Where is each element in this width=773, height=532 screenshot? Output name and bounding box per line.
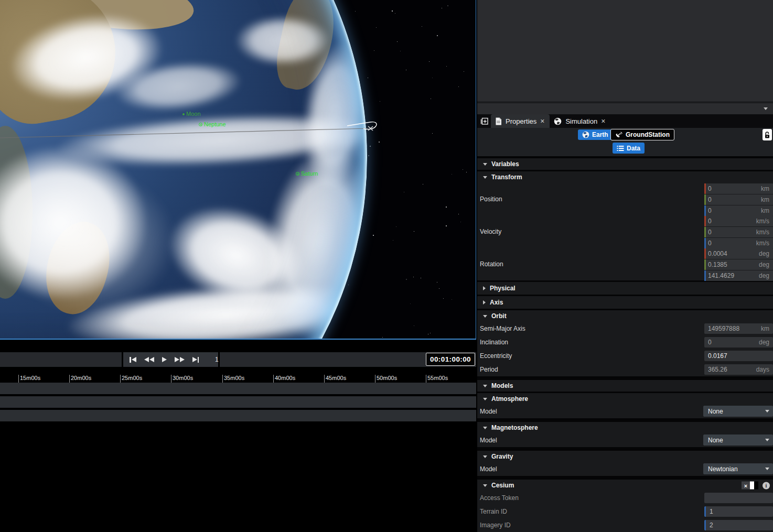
terrain-id-field[interactable]: 1 bbox=[704, 506, 773, 517]
vector3-input-group: 0.0004deg 0.1385deg 141.4629deg bbox=[704, 248, 773, 281]
dropdown-caret-icon bbox=[765, 410, 769, 412]
section-header-orbit[interactable]: Orbit bbox=[477, 310, 773, 322]
panel-menu-caret-icon[interactable] bbox=[764, 107, 768, 110]
expand-arrow-icon bbox=[483, 286, 486, 290]
property-label: Model bbox=[480, 465, 497, 473]
property-label: Terrain ID bbox=[480, 508, 507, 515]
add-panel-button[interactable] bbox=[477, 114, 491, 128]
magnetosphere-model-dropdown[interactable]: None bbox=[703, 435, 773, 446]
property-row-eccentricity: Eccentricity 0.0167 bbox=[477, 349, 773, 363]
section-header-axis[interactable]: Axis bbox=[477, 296, 773, 309]
playback-speed-value[interactable]: 1 bbox=[215, 356, 219, 363]
properties-list: Variables Transform Position 0km 0km 0km… bbox=[477, 156, 773, 532]
ruler-tick: 20m00s bbox=[69, 375, 91, 381]
property-label: Imagery ID bbox=[480, 522, 511, 529]
skip-to-end-button[interactable] bbox=[192, 357, 199, 363]
property-row-velocity: Velocity 0km/s 0km/s 0km/s bbox=[477, 215, 773, 248]
ruler-tick: 45m00s bbox=[324, 375, 346, 381]
fast-forward-button[interactable] bbox=[175, 357, 185, 362]
section-label: Atmosphere bbox=[491, 395, 528, 403]
timeline-track-row[interactable] bbox=[0, 383, 476, 394]
section-label: Magnetosphere bbox=[491, 424, 538, 431]
vector-y-field[interactable]: 0km bbox=[704, 194, 773, 205]
axis-z-strip bbox=[704, 238, 706, 248]
add-panel-icon bbox=[480, 117, 489, 126]
section-header-models[interactable]: Models bbox=[477, 380, 773, 392]
object-label-text: Saturn bbox=[301, 171, 318, 177]
collapse-arrow-icon bbox=[483, 385, 487, 387]
cesium-enable-toggle[interactable]: × bbox=[742, 482, 758, 490]
axis-y-strip bbox=[704, 194, 706, 205]
tab-properties[interactable]: Properties × bbox=[491, 114, 550, 128]
vector-x-field[interactable]: 0.0004deg bbox=[704, 248, 773, 259]
axis-y-strip bbox=[704, 227, 706, 237]
playback-controls: 1 bbox=[123, 352, 218, 367]
object-label-neptune[interactable]: Neptune bbox=[199, 122, 226, 127]
section-label: Variables bbox=[491, 160, 519, 168]
property-row-magnetosphere-model: Model None bbox=[477, 433, 773, 447]
property-label: Model bbox=[480, 408, 497, 415]
button-label: GroundStation bbox=[626, 131, 670, 138]
object-label-moon[interactable]: Moon bbox=[182, 111, 201, 117]
section-header-gravity[interactable]: Gravity bbox=[477, 451, 773, 462]
imagery-id-field[interactable]: 2 bbox=[704, 520, 773, 530]
satellite-dish-icon bbox=[615, 131, 623, 138]
lock-button[interactable] bbox=[763, 129, 772, 140]
vector-y-field[interactable]: 0.1385deg bbox=[704, 259, 773, 270]
vector-y-field[interactable]: 0km/s bbox=[704, 227, 773, 237]
section-header-transform[interactable]: Transform bbox=[477, 171, 773, 183]
globe-icon bbox=[582, 131, 589, 138]
section-label: Physical bbox=[490, 285, 516, 292]
vector-z-field[interactable]: 141.4629deg bbox=[704, 270, 773, 281]
section-label: Axis bbox=[490, 299, 503, 306]
skip-to-start-button[interactable] bbox=[130, 357, 136, 363]
info-icon[interactable]: i bbox=[763, 482, 770, 489]
section-header-physical[interactable]: Physical bbox=[477, 282, 773, 295]
data-button[interactable]: Data bbox=[613, 143, 645, 154]
ruler-tick: 30m00s bbox=[171, 375, 193, 381]
tab-label: Simulation bbox=[565, 117, 597, 125]
vector3-input-group: 0km 0km 0km bbox=[704, 183, 773, 216]
3d-viewport[interactable]: Moon Neptune Saturn bbox=[0, 0, 476, 340]
upper-panel-toolbar bbox=[477, 103, 773, 114]
property-row-imagery-id: Imagery ID 2 bbox=[477, 518, 773, 532]
globe-icon bbox=[554, 117, 562, 125]
atmosphere-model-dropdown[interactable]: None bbox=[703, 406, 773, 417]
property-row-semi-major-axis: Semi-Major Axis 149597888km bbox=[477, 322, 773, 335]
value-field[interactable]: 0deg bbox=[704, 337, 773, 348]
play-button[interactable] bbox=[162, 357, 167, 362]
section-header-cesium[interactable]: Cesium × i bbox=[477, 480, 773, 491]
vector-z-field[interactable]: 0km/s bbox=[704, 238, 773, 248]
close-icon[interactable]: × bbox=[742, 482, 750, 490]
collapse-arrow-icon bbox=[483, 176, 487, 179]
section-header-variables[interactable]: Variables bbox=[477, 158, 773, 170]
vector-x-field[interactable]: 0km/s bbox=[704, 216, 773, 226]
collapse-arrow-icon bbox=[483, 427, 487, 429]
property-label: Rotation bbox=[480, 260, 503, 268]
timeline-track-row[interactable] bbox=[0, 410, 476, 421]
value-field[interactable]: 0.0167 bbox=[704, 351, 773, 361]
property-row-inclination: Inclination 0deg bbox=[477, 335, 773, 349]
object-label-saturn[interactable]: Saturn bbox=[296, 171, 318, 177]
close-tab-icon[interactable]: × bbox=[540, 117, 544, 125]
timeline-toolbar-right: 00:01:00:00 bbox=[220, 352, 476, 367]
vector3-input-group: 0km/s 0km/s 0km/s bbox=[704, 216, 773, 249]
earth-entity-button[interactable]: Earth bbox=[578, 129, 613, 140]
groundstation-entity-button[interactable]: GroundStation bbox=[610, 129, 674, 140]
gravity-model-dropdown[interactable]: Newtonian bbox=[703, 463, 773, 474]
section-header-magnetosphere[interactable]: Magnetosphere bbox=[477, 422, 773, 433]
value-field[interactable]: 149597888km bbox=[704, 323, 773, 334]
vector-z-field[interactable]: 0km bbox=[704, 205, 773, 216]
axis-x-strip bbox=[704, 216, 706, 226]
property-row-terrain-id: Terrain ID 1 bbox=[477, 505, 773, 518]
tab-bar: Properties × Simulation × bbox=[477, 114, 773, 128]
timeline-ruler[interactable]: 15m00s 20m00s 25m00s 30m00s 35m00s 40m00… bbox=[0, 368, 476, 383]
vector-x-field[interactable]: 0km bbox=[704, 183, 773, 194]
close-tab-icon[interactable]: × bbox=[601, 117, 605, 125]
tab-simulation[interactable]: Simulation × bbox=[550, 114, 610, 128]
value-field[interactable]: 365.26days bbox=[704, 364, 773, 375]
timeline-track-row[interactable] bbox=[0, 396, 476, 408]
rewind-button[interactable] bbox=[144, 357, 154, 362]
access-token-field[interactable] bbox=[704, 493, 773, 503]
section-header-atmosphere[interactable]: Atmosphere bbox=[477, 393, 773, 405]
